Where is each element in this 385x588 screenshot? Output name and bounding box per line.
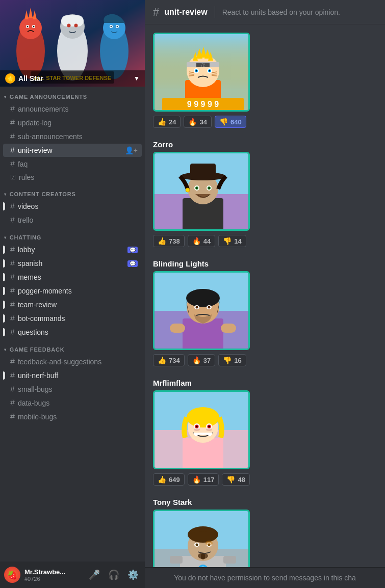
messages-area: 卍 9 9 9 9 9: [145, 24, 385, 567]
header-divider: [215, 6, 215, 18]
svg-point-3: [19, 17, 42, 39]
svg-line-47: [212, 75, 217, 76]
svg-line-44: [189, 75, 194, 76]
main-content: # unit-review React to units based on yo…: [145, 0, 385, 588]
channel-item-team-review[interactable]: #team-review: [3, 298, 142, 311]
channel-item-pogger-moments[interactable]: #pogger-moments: [3, 284, 142, 298]
reaction-count: 734: [169, 357, 180, 364]
channel-name: bot-commands: [18, 314, 138, 323]
add-member-icon[interactable]: 👤+: [125, 146, 138, 154]
unread-dot: [3, 202, 5, 210]
channel-item-trello[interactable]: #trello: [3, 213, 142, 227]
bottom-icons: 🎤 🎧 ⚙️: [87, 567, 141, 582]
hash-icon: #: [10, 273, 15, 282]
user-tag: #0726: [24, 576, 83, 582]
channel-name: spanish: [18, 259, 122, 268]
reaction-emoji: 👍: [158, 118, 166, 126]
hash-icon: #: [10, 398, 15, 408]
reaction-0[interactable]: 👍 738: [153, 235, 185, 247]
hash-icon: #: [10, 371, 15, 380]
reaction-0[interactable]: 👍 649: [153, 473, 185, 486]
channel-item-bot-commands[interactable]: #bot-commands: [3, 312, 142, 325]
channel-item-sub-announcements[interactable]: #sub-announcements: [3, 130, 142, 143]
svg-point-14: [67, 24, 71, 28]
svg-rect-75: [221, 324, 236, 333]
hash-icon: #: [10, 286, 15, 296]
reaction-count: 44: [203, 237, 211, 245]
channel-item-feedback-and-suggestions[interactable]: #feedback-and-suggestions: [3, 355, 142, 368]
channel-name: team-review: [18, 301, 138, 309]
svg-point-87: [194, 428, 200, 431]
deafen-icon[interactable]: 🎧: [106, 567, 121, 582]
category-chatting[interactable]: ▾CHATTING: [0, 227, 145, 243]
channel-item-data-bugs[interactable]: #data-bugs: [3, 396, 142, 410]
reaction-count: 117: [203, 476, 215, 484]
no-permission-bar: You do not have permission to send messa…: [145, 567, 385, 588]
channel-item-lobby[interactable]: #lobby💬: [3, 243, 142, 256]
channel-item-spanish[interactable]: #spanish💬: [3, 257, 142, 270]
reaction-2[interactable]: 👎 640: [215, 116, 246, 128]
unit-card-unit-blinding: Blinding Lights: [153, 259, 377, 366]
channel-item-questions[interactable]: #questions: [3, 326, 142, 339]
svg-rect-13: [61, 15, 84, 26]
svg-rect-74: [170, 324, 185, 333]
channel-item-update-log[interactable]: #update-log: [3, 116, 142, 129]
svg-rect-105: [223, 556, 236, 564]
reaction-1[interactable]: 🔥 44: [188, 235, 215, 247]
channel-item-memes[interactable]: #memes: [3, 271, 142, 284]
settings-icon[interactable]: ⚙️: [125, 567, 141, 582]
channel-item-unit-review[interactable]: #unit-review👤+: [3, 144, 142, 157]
category-label: CONTENT CREATORS: [10, 191, 76, 197]
reaction-1[interactable]: 🔥 34: [184, 116, 211, 128]
reaction-2[interactable]: 👎 14: [218, 235, 246, 247]
category-game-announcements[interactable]: ▾GAME ANNOUNCEMENTS: [0, 87, 145, 102]
channel-item-mobile-bugs[interactable]: #mobile-bugs: [3, 410, 142, 423]
server-title-bar[interactable]: ⭐ All Star ▼: [0, 70, 145, 87]
svg-point-72: [196, 306, 198, 309]
category-content-creators[interactable]: ▾CONTENT CREATORS: [0, 184, 145, 199]
category-game-feedback[interactable]: ▾GAME FEEDBACK: [0, 339, 145, 355]
reaction-emoji: 👎: [223, 356, 232, 364]
hash-icon: #: [10, 118, 15, 127]
channel-item-rules[interactable]: ☑rules: [3, 171, 142, 183]
reaction-0[interactable]: 👍 734: [153, 354, 185, 366]
header-hash-icon: #: [153, 6, 159, 19]
reaction-2[interactable]: 👎 48: [222, 473, 249, 486]
reaction-count: 738: [169, 237, 180, 245]
channel-name: mobile-bugs: [18, 413, 138, 421]
server-dropdown-arrow[interactable]: ▼: [134, 75, 140, 82]
header-channel-name: unit-review: [164, 8, 207, 17]
unit-image: 卍 9 9 9 9 9: [153, 33, 250, 112]
svg-point-40: [196, 70, 197, 72]
hash-icon: #: [10, 412, 15, 421]
channels-list: ▾GAME ANNOUNCEMENTS#announcements#update…: [0, 87, 145, 562]
reaction-1[interactable]: 🔥 37: [188, 354, 215, 366]
reaction-0[interactable]: 👍 24: [153, 116, 181, 128]
channel-item-videos[interactable]: #videos: [3, 200, 142, 213]
reaction-count: 24: [169, 118, 176, 126]
reaction-emoji: 🔥: [192, 237, 201, 245]
chat-badge: 💬: [127, 247, 138, 253]
channel-name: feedback-and-suggestions: [18, 358, 138, 366]
channel-item-faq[interactable]: #faq: [3, 157, 142, 171]
mute-icon[interactable]: 🎤: [87, 567, 102, 582]
channel-item-small-bugs[interactable]: #small-bugs: [3, 383, 142, 396]
category-label: CHATTING: [10, 234, 41, 240]
server-banner: ALL STAR TOWER DEFENSE ⭐ All Star ▼: [0, 0, 145, 87]
channel-name: faq: [18, 160, 138, 168]
reaction-count: 48: [238, 476, 245, 484]
unread-dot: [3, 246, 5, 254]
channel-name: data-bugs: [18, 399, 138, 407]
reaction-1[interactable]: 🔥 117: [188, 473, 219, 486]
hash-icon: #: [10, 300, 15, 309]
channel-item-announcements[interactable]: #announcements: [3, 102, 142, 116]
reaction-row: 👍 734 🔥 37 👎 16: [153, 354, 377, 366]
unit-name: Tony Stark: [153, 498, 377, 506]
channel-item-unit-nerf-buff[interactable]: #unit-nerf-buff: [3, 369, 142, 382]
hash-icon: #: [10, 104, 15, 114]
reaction-2[interactable]: 👎 16: [218, 354, 246, 366]
reaction-count: 16: [234, 357, 241, 364]
hash-icon: #: [10, 202, 15, 211]
channel-name: unit-nerf-buff: [18, 371, 138, 380]
svg-point-103: [206, 541, 213, 546]
